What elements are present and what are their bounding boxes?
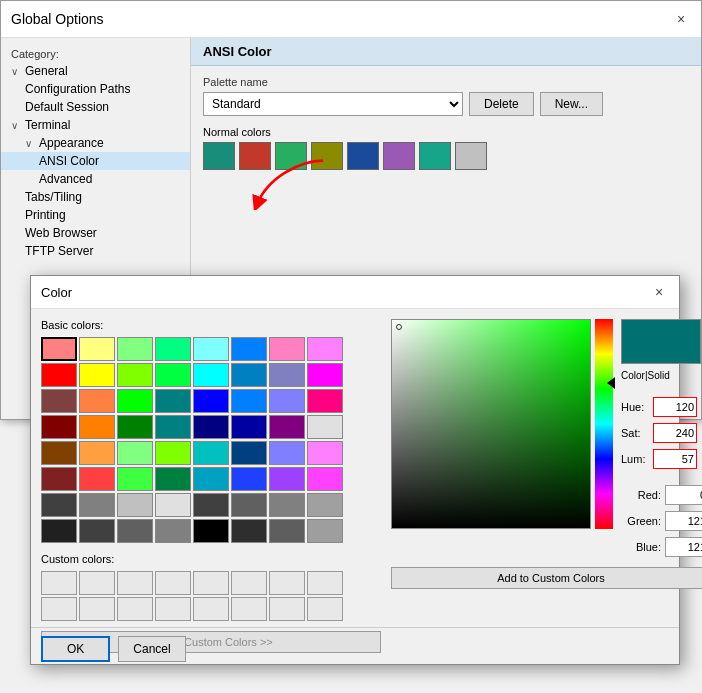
- basic-color-18[interactable]: [117, 389, 153, 413]
- basic-color-27[interactable]: [155, 415, 191, 439]
- basic-color-60[interactable]: [193, 519, 229, 543]
- custom-color-6[interactable]: [269, 571, 305, 595]
- normal-color-0[interactable]: [203, 142, 235, 170]
- color-gradient-box[interactable]: [391, 319, 591, 529]
- basic-color-10[interactable]: [117, 363, 153, 387]
- normal-color-1[interactable]: [239, 142, 271, 170]
- basic-color-57[interactable]: [79, 519, 115, 543]
- basic-color-39[interactable]: [307, 441, 343, 465]
- sidebar-item-tabs-tiling[interactable]: Tabs/Tiling: [1, 188, 190, 206]
- sat-input[interactable]: [653, 423, 697, 443]
- basic-color-32[interactable]: [41, 441, 77, 465]
- red-input[interactable]: [665, 485, 702, 505]
- basic-color-31[interactable]: [307, 415, 343, 439]
- basic-color-19[interactable]: [155, 389, 191, 413]
- hue-input[interactable]: [653, 397, 697, 417]
- custom-color-12[interactable]: [193, 597, 229, 621]
- color-dialog-close-button[interactable]: ×: [649, 282, 669, 302]
- global-options-close-button[interactable]: ×: [671, 9, 691, 29]
- basic-color-13[interactable]: [231, 363, 267, 387]
- basic-color-56[interactable]: [41, 519, 77, 543]
- sidebar-item-ansi-color[interactable]: ANSI Color: [1, 152, 190, 170]
- basic-color-6[interactable]: [269, 337, 305, 361]
- custom-color-1[interactable]: [79, 571, 115, 595]
- custom-color-9[interactable]: [79, 597, 115, 621]
- basic-color-11[interactable]: [155, 363, 191, 387]
- basic-color-26[interactable]: [117, 415, 153, 439]
- blue-input[interactable]: [665, 537, 702, 557]
- basic-color-44[interactable]: [193, 467, 229, 491]
- basic-color-23[interactable]: [307, 389, 343, 413]
- basic-color-48[interactable]: [41, 493, 77, 517]
- basic-color-38[interactable]: [269, 441, 305, 465]
- basic-color-53[interactable]: [231, 493, 267, 517]
- basic-color-41[interactable]: [79, 467, 115, 491]
- basic-color-28[interactable]: [193, 415, 229, 439]
- basic-color-52[interactable]: [193, 493, 229, 517]
- basic-color-45[interactable]: [231, 467, 267, 491]
- basic-color-37[interactable]: [231, 441, 267, 465]
- basic-color-2[interactable]: [117, 337, 153, 361]
- green-input[interactable]: [665, 511, 702, 531]
- basic-color-47[interactable]: [307, 467, 343, 491]
- basic-color-12[interactable]: [193, 363, 229, 387]
- basic-color-58[interactable]: [117, 519, 153, 543]
- basic-color-50[interactable]: [117, 493, 153, 517]
- basic-color-33[interactable]: [79, 441, 115, 465]
- custom-color-13[interactable]: [231, 597, 267, 621]
- basic-color-15[interactable]: [307, 363, 343, 387]
- custom-color-11[interactable]: [155, 597, 191, 621]
- ok-button[interactable]: OK: [41, 636, 110, 662]
- sidebar-item-appearance[interactable]: ∨ Appearance: [1, 134, 190, 152]
- basic-color-51[interactable]: [155, 493, 191, 517]
- basic-color-8[interactable]: [41, 363, 77, 387]
- sidebar-item-general[interactable]: ∨ General: [1, 62, 190, 80]
- lum-input[interactable]: [653, 449, 697, 469]
- basic-color-49[interactable]: [79, 493, 115, 517]
- custom-color-7[interactable]: [307, 571, 343, 595]
- sidebar-item-terminal[interactable]: ∨ Terminal: [1, 116, 190, 134]
- sidebar-item-default-session[interactable]: Default Session: [1, 98, 190, 116]
- custom-color-3[interactable]: [155, 571, 191, 595]
- sidebar-item-printing[interactable]: Printing: [1, 206, 190, 224]
- basic-color-3[interactable]: [155, 337, 191, 361]
- custom-color-5[interactable]: [231, 571, 267, 595]
- sidebar-item-configuration-paths[interactable]: Configuration Paths: [1, 80, 190, 98]
- sidebar-item-advanced[interactable]: Advanced: [1, 170, 190, 188]
- basic-color-5[interactable]: [231, 337, 267, 361]
- custom-color-8[interactable]: [41, 597, 77, 621]
- basic-color-63[interactable]: [307, 519, 343, 543]
- basic-color-62[interactable]: [269, 519, 305, 543]
- basic-color-25[interactable]: [79, 415, 115, 439]
- basic-color-20[interactable]: [193, 389, 229, 413]
- basic-color-1[interactable]: [79, 337, 115, 361]
- sidebar-item-web-browser[interactable]: Web Browser: [1, 224, 190, 242]
- basic-color-36[interactable]: [193, 441, 229, 465]
- basic-color-43[interactable]: [155, 467, 191, 491]
- basic-color-34[interactable]: [117, 441, 153, 465]
- basic-color-4[interactable]: [193, 337, 229, 361]
- custom-color-0[interactable]: [41, 571, 77, 595]
- basic-color-7[interactable]: [307, 337, 343, 361]
- basic-color-35[interactable]: [155, 441, 191, 465]
- basic-color-21[interactable]: [231, 389, 267, 413]
- normal-color-3[interactable]: [311, 142, 343, 170]
- custom-color-10[interactable]: [117, 597, 153, 621]
- basic-color-55[interactable]: [307, 493, 343, 517]
- custom-color-4[interactable]: [193, 571, 229, 595]
- basic-color-54[interactable]: [269, 493, 305, 517]
- cancel-button[interactable]: Cancel: [118, 636, 185, 662]
- hue-bar[interactable]: [595, 319, 613, 529]
- basic-color-40[interactable]: [41, 467, 77, 491]
- basic-color-46[interactable]: [269, 467, 305, 491]
- delete-button[interactable]: Delete: [469, 92, 534, 116]
- basic-color-22[interactable]: [269, 389, 305, 413]
- basic-color-29[interactable]: [231, 415, 267, 439]
- basic-color-30[interactable]: [269, 415, 305, 439]
- basic-color-9[interactable]: [79, 363, 115, 387]
- normal-color-4[interactable]: [347, 142, 379, 170]
- new-button[interactable]: New...: [540, 92, 603, 116]
- basic-color-17[interactable]: [79, 389, 115, 413]
- basic-color-61[interactable]: [231, 519, 267, 543]
- basic-color-16[interactable]: [41, 389, 77, 413]
